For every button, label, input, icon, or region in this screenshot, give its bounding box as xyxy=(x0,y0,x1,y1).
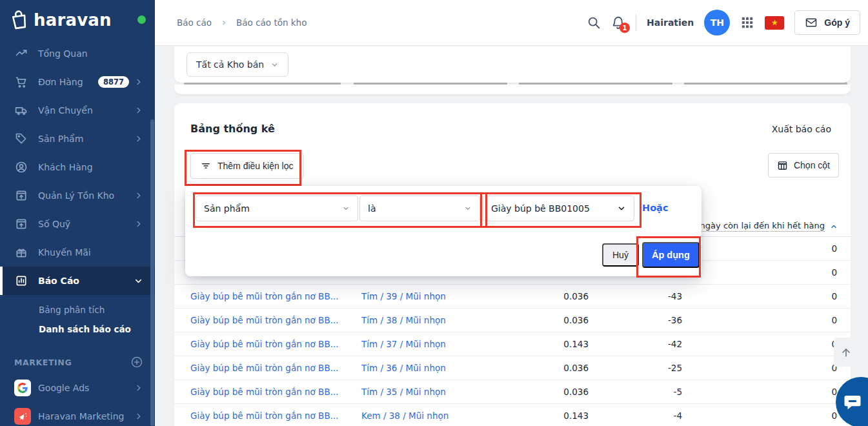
cell-value: -42 xyxy=(589,339,682,349)
sidebar-section-marketing: MARKETING xyxy=(0,350,155,374)
apps-grid-icon[interactable] xyxy=(740,15,754,30)
username-label[interactable]: Hairatien xyxy=(647,17,694,28)
trending-up-icon xyxy=(14,47,28,60)
export-report-link[interactable]: Xuất báo cáo xyxy=(772,124,831,134)
sidebar-item-san-pham[interactable]: Sản Phẩm xyxy=(0,125,155,153)
cell-days-left: 0 xyxy=(682,267,851,278)
cell-value: -25 xyxy=(589,363,682,373)
chevron-right-icon xyxy=(134,106,143,115)
product-link[interactable]: Giày búp bê mũi tròn gắn nơ BB... xyxy=(190,387,361,397)
cell-days-left: 0 xyxy=(682,363,851,373)
cell-value: -43 xyxy=(589,291,682,301)
sidebar-scrollbar[interactable] xyxy=(150,119,154,426)
chevron-down-icon xyxy=(342,205,350,212)
warehouse-dropdown[interactable]: Tất cả Kho bán xyxy=(187,52,288,77)
cell-value: 0.036 xyxy=(542,363,589,373)
chevron-right-icon xyxy=(134,191,143,200)
sidebar-item-label: Vận Chuyển xyxy=(38,105,93,116)
filter-value-select[interactable]: Giày búp bê BB01005 xyxy=(483,196,634,221)
sidebar-item-label: Khách Hàng xyxy=(38,162,93,172)
arrow-up-icon xyxy=(840,346,853,359)
filter-operator-select[interactable]: là xyxy=(359,196,480,221)
sidebar-item-don-hang[interactable]: Đơn Hàng 8877 xyxy=(0,68,155,96)
breadcrumb-separator-icon: › xyxy=(222,17,226,28)
product-link[interactable]: Giày búp bê mũi tròn gắn nơ BB... xyxy=(190,291,361,301)
cell-days-left: 0 xyxy=(682,387,851,397)
sidebar-item-van-chuyen[interactable]: Vận Chuyển xyxy=(0,96,155,125)
variant-link[interactable]: Tím / 38 / Mũi nhọn xyxy=(361,315,542,325)
user-circle-icon xyxy=(14,161,28,174)
caret-up-sort-icon[interactable] xyxy=(830,223,838,230)
choose-columns-button[interactable]: Chọn cột xyxy=(768,153,839,178)
filter-lines-icon xyxy=(201,161,211,171)
apply-button[interactable]: Áp dụng xyxy=(642,242,700,268)
variant-link[interactable]: Tím / 39 / Mũi nhọn xyxy=(361,291,542,301)
orders-count-badge: 8877 xyxy=(98,76,129,88)
sidebar-item-label: Đơn Hàng xyxy=(38,77,83,87)
table-row: Giày búp bê mũi tròn gắn nơ BB... Kem / … xyxy=(174,404,851,426)
feedback-button[interactable]: Góp ý xyxy=(794,10,860,35)
google-g-icon xyxy=(14,380,31,396)
brand-name: haravan xyxy=(34,12,112,28)
variant-link[interactable]: Tím / 37 / Mũi nhọn xyxy=(361,339,542,349)
variant-link[interactable]: Kem / 38 / Mũi nhọn xyxy=(361,411,542,421)
cell-days-left: 0 xyxy=(682,291,851,301)
avatar[interactable]: TH xyxy=(704,10,730,36)
sidebar-subitem-bang-phan-tich[interactable]: Bảng phân tích xyxy=(0,300,155,320)
sidebar-subitem-danh-sach-bao-cao[interactable]: Danh sách báo cáo xyxy=(0,320,155,339)
notifications-button[interactable]: 1 xyxy=(611,15,625,30)
scroll-to-top-button[interactable] xyxy=(834,338,858,367)
card-title: Bảng thống kê xyxy=(190,123,275,135)
sidebar-item-bao-cao[interactable]: Báo Cáo xyxy=(0,267,155,295)
breadcrumb-inventory-report[interactable]: Báo cáo tồn kho xyxy=(236,17,307,28)
add-filter-button[interactable]: Thêm điều kiện lọc xyxy=(190,153,304,179)
product-link[interactable]: Giày búp bê mũi tròn gắn nơ BB... xyxy=(190,363,361,373)
plus-circle-icon[interactable] xyxy=(130,356,143,369)
variant-link[interactable]: Tím / 35 / Mũi nhọn xyxy=(361,387,542,397)
sort-column-header[interactable]: Số ngày còn lại đến khi hết hàng xyxy=(687,221,825,232)
sidebar-item-khuyen-mai[interactable]: Khuyến Mãi xyxy=(0,238,155,267)
warehouse-filter-card: Tất cả Kho bán xyxy=(174,46,851,83)
sidebar-item-khach-hang[interactable]: Khách Hàng xyxy=(0,153,155,181)
sidebar-item-tong-quan[interactable]: Tổng Quan xyxy=(0,39,155,68)
product-link[interactable]: Giày búp bê mũi tròn gắn nơ BB... xyxy=(190,411,361,421)
product-link[interactable]: Giày búp bê mũi tròn gắn nơ BB... xyxy=(190,315,361,325)
bar-chart-icon xyxy=(14,274,28,287)
breadcrumb: Báo cáo › Báo cáo tồn kho xyxy=(177,17,307,28)
table-row: Giày búp bê mũi tròn gắn nơ BB... Tím / … xyxy=(174,380,851,404)
filter-value-value: Giày búp bê BB01005 xyxy=(491,203,590,214)
chevron-down-icon xyxy=(134,276,143,286)
cell-value: -4 xyxy=(589,411,682,421)
gift-icon xyxy=(14,246,28,259)
or-condition-link[interactable]: Hoặc xyxy=(642,203,668,213)
variant-link[interactable]: Tím / 36 / Mũi nhọn xyxy=(361,363,542,373)
haravan-bag-logo-icon xyxy=(6,6,33,33)
brand-header[interactable]: haravan xyxy=(0,0,155,39)
topbar-divider xyxy=(636,14,636,31)
chevron-right-icon xyxy=(134,412,143,421)
cell-days-left: 0 xyxy=(682,411,851,421)
vietnam-flag-icon[interactable]: ★ xyxy=(765,16,784,30)
speech-bubble-icon xyxy=(843,392,862,412)
breadcrumb-reports[interactable]: Báo cáo xyxy=(177,17,212,28)
archive-up-icon xyxy=(14,218,28,230)
search-icon[interactable] xyxy=(587,15,601,30)
sidebar-item-google-ads[interactable]: Google Ads xyxy=(0,374,155,402)
add-filter-label: Thêm điều kiện lọc xyxy=(217,161,294,171)
subitem-label: Danh sách báo cáo xyxy=(39,324,131,334)
section-label: MARKETING xyxy=(14,358,72,367)
sidebar-item-haravan-marketing[interactable]: Haravan Marketing xyxy=(0,402,155,426)
cancel-button[interactable]: Huỷ xyxy=(602,243,639,267)
sidebar-item-so-quy[interactable]: Số Quỹ xyxy=(0,210,155,238)
table-row: Giày búp bê mũi tròn gắn nơ BB... Tím / … xyxy=(174,356,851,380)
truck-icon xyxy=(14,104,28,117)
sidebar-item-label: Số Quỹ xyxy=(38,219,70,229)
notification-count-badge: 1 xyxy=(620,23,630,33)
sidebar-item-quan-ly-ton-kho[interactable]: Quản Lý Tồn Kho xyxy=(0,181,155,210)
warehouse-dropdown-value: Tất cả Kho bán xyxy=(196,59,264,70)
chevron-right-icon xyxy=(134,77,143,86)
cell-days-left: 0 xyxy=(682,243,851,254)
filter-field-select[interactable]: Sản phẩm xyxy=(196,196,358,221)
product-link[interactable]: Giày búp bê mũi tròn gắn nơ BB... xyxy=(190,339,361,349)
cell-value: 0.143 xyxy=(542,411,589,421)
